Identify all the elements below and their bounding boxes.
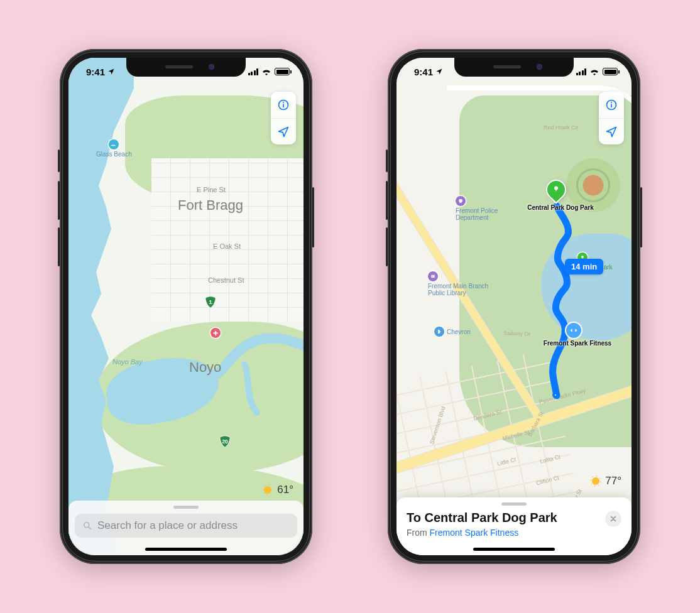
directions-sheet[interactable]: To Central Park Dog Park From Fremont Sp… [396,497,632,555]
route-origin-dot [552,392,559,398]
directions-title: To Central Park Dog Park [407,511,557,525]
poi-police[interactable]: Fremont Police Department [456,196,512,221]
status-time: 9:41 [414,67,433,77]
street-label: Chestnut St [208,276,244,284]
cellular-icon [248,68,259,75]
phone-right: 9:41 [388,49,640,564]
svg-text:1: 1 [209,299,212,305]
svg-point-4 [283,102,284,103]
search-input[interactable]: Search for a place or address [75,514,297,538]
bay-label: Noyo Bay [112,358,143,366]
weather-widget[interactable]: 77° [590,475,621,487]
svg-rect-3 [283,104,284,107]
hospital-icon: ✚ [211,328,221,338]
poi-label: Chevron [447,328,471,335]
volume-down [386,227,388,266]
screen: 9:41 [68,58,304,555]
search-icon [82,521,92,531]
police-icon [456,196,466,206]
battery-icon [275,68,290,75]
poi-glass-beach[interactable]: Glass Beach [96,139,132,158]
mute-switch [386,149,388,172]
sun-icon [590,475,601,487]
route-time: 14 min [571,262,597,271]
volume-up [386,181,388,220]
poi-label: Fremont Police Department [456,207,512,221]
origin-label: Fremont Spark Fitness [544,340,611,347]
map-controls [599,92,624,144]
map-canvas[interactable]: Fort Bragg Noyo E Pine St E Oak St Chest… [68,58,304,555]
weather-widget[interactable]: 61° [262,484,293,496]
mute-switch [58,149,60,172]
street-label: E Pine St [197,186,226,193]
poi-label: Fremont Main Branch Public Library [428,283,491,296]
screen: 9:41 [396,58,632,555]
poi-library[interactable]: Fremont Main Branch Public Library [428,271,491,296]
location-icon [435,68,443,75]
battery-icon [603,68,618,75]
notch [454,58,574,77]
poi-dog-park[interactable]: Central Park Dog Park [526,205,595,212]
highway-shield-20: 20 [218,435,232,448]
sheet-grabber[interactable] [501,502,527,506]
svg-point-5 [84,523,89,528]
svg-rect-12 [611,104,612,107]
street-label: E Oak St [213,242,241,250]
svg-line-6 [89,527,90,529]
city-label: Fort Bragg [178,197,243,214]
power-button [312,187,314,247]
map-controls [271,92,296,144]
search-sheet[interactable]: Search for a place or address [68,501,304,555]
poi-chevron[interactable]: Chevron [434,327,471,337]
location-icon [107,68,115,75]
svg-text:20: 20 [222,439,228,445]
street-label: Red Hawk Cir [544,124,579,131]
gas-icon [434,327,444,337]
temperature: 77° [605,475,621,487]
info-button[interactable] [599,92,624,118]
svg-rect-10 [556,190,557,192]
town-label: Noyo [189,359,221,376]
from-link[interactable]: Fremont Spark Fitness [430,528,519,538]
search-placeholder: Search for a place or address [97,519,238,532]
close-button[interactable] [605,511,621,527]
status-time: 9:41 [86,67,105,77]
wifi-icon [589,68,599,75]
poi-label: Glass Beach [96,151,132,158]
phone-left: 9:41 [60,49,312,564]
locate-button[interactable] [599,118,624,144]
power-button [640,187,642,247]
sheet-grabber[interactable] [173,506,199,509]
from-prefix: From [407,528,430,538]
library-icon [428,271,438,281]
wave-icon [109,139,119,149]
route-time-badge[interactable]: 14 min [565,259,603,274]
svg-point-13 [611,102,612,103]
notch [126,58,246,77]
arrows-icon [570,327,577,334]
info-button[interactable] [271,92,296,118]
sun-icon [262,484,273,496]
origin-pin[interactable] [566,323,581,338]
wifi-icon [261,68,271,75]
tree-icon [552,185,560,195]
close-icon [610,515,617,523]
volume-down [58,227,60,266]
locate-button[interactable] [271,118,296,144]
poi-fitness[interactable]: Fremont Spark Fitness [540,340,615,347]
cellular-icon [576,68,587,75]
street-label: Sailway Dr [503,330,530,337]
dest-label: Central Park Dog Park [527,205,594,212]
highway-shield-1: 1 [204,295,217,309]
volume-up [58,181,60,220]
home-indicator[interactable] [145,548,227,551]
poi-hospital[interactable]: ✚ [211,328,221,338]
home-indicator[interactable] [473,548,555,551]
directions-from: From Fremont Spark Fitness [407,528,557,538]
temperature: 61° [277,484,293,496]
